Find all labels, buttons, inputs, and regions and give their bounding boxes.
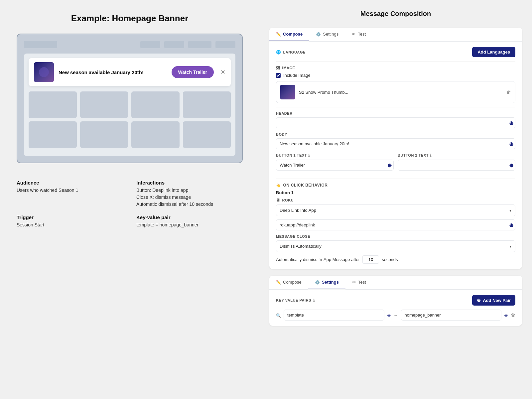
- tab-compose[interactable]: Compose: [269, 28, 309, 41]
- on-click-title: ON CLICK BEHAVIOR: [276, 183, 515, 188]
- include-image-row: Include Image: [276, 73, 515, 78]
- grid-cell: [29, 121, 77, 148]
- button1-text-block: BUTTON 1 TEXT ⊕: [276, 153, 394, 175]
- delete-image-button[interactable]: [506, 89, 511, 95]
- dismiss-row: Automatically dismiss In-App Message aft…: [276, 255, 515, 264]
- audience-value: Users who watched Season 1: [17, 187, 123, 194]
- image-icon: [276, 66, 280, 70]
- trigger-label: Trigger: [17, 214, 123, 220]
- tab-settings[interactable]: Settings: [309, 28, 345, 41]
- message-close-label: Message Close: [276, 234, 515, 238]
- button1-input-wrapper: ⊕: [276, 160, 394, 171]
- bottom-tab-compose[interactable]: Compose: [269, 276, 308, 289]
- interactions-block: Interactions Button: Deeplink into app C…: [136, 180, 243, 208]
- button2-label: BUTTON 2 TEXT: [398, 153, 515, 158]
- bottom-tab-test-label: Test: [358, 280, 366, 285]
- grid-cell: [131, 121, 180, 148]
- globe-icon: [276, 50, 281, 55]
- tv-icon: [276, 198, 280, 202]
- kv-value-plus-icon[interactable]: [504, 312, 508, 318]
- bottom-tab-test[interactable]: Test: [345, 276, 373, 289]
- include-image-label: Include Image: [283, 73, 311, 78]
- bottom-tab-compose-label: Compose: [283, 280, 302, 285]
- pencil-icon-2: [276, 280, 281, 285]
- header-input-wrapper: ⊕: [276, 117, 515, 128]
- grid-cell: [131, 91, 180, 118]
- right-panel: Message Composition Compose Settings Tes…: [259, 0, 532, 399]
- deep-link-url-input[interactable]: [276, 219, 515, 230]
- roku-label: ROKU: [276, 198, 515, 202]
- button1-plus-icon[interactable]: ⊕: [387, 162, 392, 168]
- grid-cell: [80, 91, 128, 118]
- content-grid-row-2: [29, 121, 231, 148]
- body-section: BODY ⊕: [276, 132, 515, 149]
- search-icon: [276, 312, 281, 318]
- button2-plus-icon[interactable]: ⊕: [509, 162, 513, 168]
- eye-icon-2: [352, 280, 356, 285]
- nav-item-1: [140, 41, 160, 48]
- image-label: IMAGE: [276, 66, 515, 70]
- deep-link-select[interactable]: Deep Link Into App: [276, 204, 515, 216]
- kv-arrow-icon: [394, 312, 398, 318]
- dismiss-select[interactable]: Dismiss Automatically: [276, 240, 515, 252]
- trigger-value: Session Start: [17, 221, 123, 228]
- divider: [276, 107, 515, 107]
- bottom-tab-settings[interactable]: Settings: [308, 276, 345, 289]
- button2-text-input[interactable]: [398, 160, 515, 171]
- plus-circle-icon: [477, 298, 481, 303]
- kv-key-plus-icon[interactable]: [387, 312, 391, 318]
- header-section: HEADER ⊕: [276, 111, 515, 128]
- tab-test-label: Test: [358, 32, 366, 37]
- trigger-block: Trigger Session Start: [17, 214, 123, 228]
- kv-pairs-label: KEY VALUE PAIRS: [276, 298, 315, 303]
- button2-text-block: BUTTON 2 TEXT ⊕: [398, 153, 515, 175]
- browser-nav: [24, 41, 235, 48]
- body-plus-icon[interactable]: ⊕: [509, 141, 513, 147]
- settings-body: KEY VALUE PAIRS Add New Pair: [269, 290, 522, 326]
- banner-close-icon[interactable]: ✕: [220, 68, 225, 76]
- divider: [276, 61, 515, 62]
- body-input-wrapper: ⊕: [276, 138, 515, 149]
- kv-trash-icon: [511, 312, 515, 318]
- header-plus-icon[interactable]: ⊕: [509, 120, 513, 126]
- interactions-line-2: Close X: dismiss message: [136, 194, 243, 201]
- image-item: S2 Show Promo Thumb...: [276, 81, 515, 103]
- add-new-pair-button[interactable]: Add New Pair: [472, 295, 515, 306]
- include-image-checkbox[interactable]: [276, 73, 281, 78]
- watch-trailer-button[interactable]: Watch Trailer: [172, 66, 214, 78]
- tab-test[interactable]: Test: [345, 28, 372, 41]
- kv-delete-button[interactable]: [511, 312, 515, 318]
- image-thumbnail: [280, 85, 295, 99]
- kv-key-input[interactable]: [284, 310, 384, 321]
- seconds-unit: seconds: [382, 257, 398, 262]
- body-input[interactable]: [276, 138, 515, 149]
- deeplink-plus-icon[interactable]: ⊕: [509, 222, 513, 228]
- click-icon: [276, 183, 281, 188]
- bottom-tab-settings-label: Settings: [322, 280, 339, 285]
- add-languages-button[interactable]: Add Languages: [472, 47, 515, 57]
- kv-info-icon: [313, 298, 315, 303]
- language-label: LANGUAGE: [276, 50, 306, 55]
- grid-cell: [183, 121, 231, 148]
- banner-message-text: New season available January 20th!: [59, 69, 167, 75]
- browser-mockup: New season available January 20th! Watch…: [17, 34, 243, 163]
- interactions-line-3: Automatic dismissal after 10 seconds: [136, 201, 243, 208]
- left-panel: Example: Homepage Banner New season avai…: [0, 0, 259, 399]
- dismiss-select-wrapper: Dismiss Automatically ▼: [276, 240, 515, 252]
- content-grid-row-1: [29, 91, 231, 118]
- key-value-pair-block: Key-value pair template = homepage_banne…: [136, 214, 243, 228]
- button1-info-icon: [308, 153, 310, 157]
- header-input[interactable]: [276, 117, 515, 128]
- divider: [276, 179, 515, 179]
- button2-info-icon: [430, 153, 432, 157]
- button1-text-input[interactable]: [276, 160, 394, 171]
- composition-title: Message Composition: [269, 10, 522, 18]
- kv-value-input[interactable]: [401, 310, 502, 321]
- button1-subtitle: Button 1: [276, 190, 515, 195]
- bottom-tab-bar: Compose Settings Test: [269, 276, 522, 290]
- compose-body: LANGUAGE Add Languages IMAGE Include Ima…: [269, 42, 522, 269]
- image-filename: S2 Show Promo Thumb...: [299, 90, 502, 95]
- audience-label: Audience: [17, 180, 123, 186]
- seconds-input[interactable]: [362, 255, 379, 264]
- in-app-banner: New season available January 20th! Watch…: [29, 58, 231, 86]
